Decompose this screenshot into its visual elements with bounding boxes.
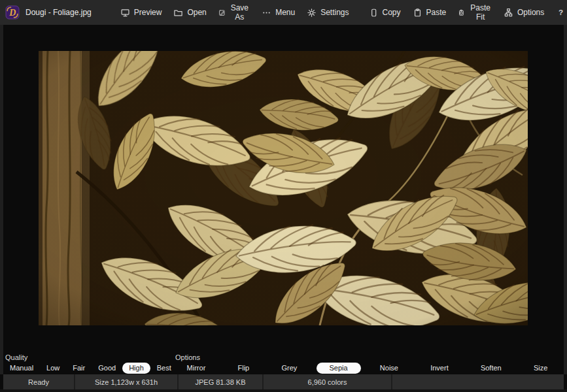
option-noise-button[interactable]: Noise [367,363,411,374]
help-button[interactable]: ? Help [552,5,567,20]
options-label: Options [175,353,200,361]
option-flip-button[interactable]: Flip [225,363,263,374]
status-bar: Ready Size 1,123w x 631h JPEG 81.38 KB 6… [3,374,564,389]
quality-group: Manual Low Fair Good High Best [3,363,171,374]
image-canvas-area [0,25,567,353]
quality-fair-button[interactable]: Fair [66,363,92,374]
menu-button[interactable]: Menu [258,5,299,20]
quality-high-button[interactable]: High [122,363,150,374]
clipboard-fit-icon [458,8,465,18]
options-group: Mirror Flip Grey Sepia Noise Invert Soft… [171,363,564,374]
question-icon: ? [556,8,566,18]
status-ready: Ready [3,374,75,389]
clipboard-toolbar: Copy Paste Paste Fit Options ? Help [365,1,567,24]
adjustments-panel: Quality Options Manual Low Fair Good Hig… [0,353,567,374]
paste-fit-button[interactable]: Paste Fit [454,1,496,24]
file-toolbar: Preview Open Save As Menu Settings [116,1,353,24]
open-button[interactable]: Open [169,5,210,20]
quality-low-button[interactable]: Low [40,363,66,374]
ellipsis-icon [262,8,271,18]
window-title: Dougi - Foliage.jpg [26,8,92,17]
copy-button[interactable]: Copy [365,5,405,20]
photo-canvas [39,51,528,325]
app-window: D Dougi - Foliage.jpg Preview Open Save … [0,0,567,392]
title-bar: D Dougi - Foliage.jpg Preview Open Save … [0,0,567,25]
option-grey-button[interactable]: Grey [268,363,310,374]
option-invert-button[interactable]: Invert [417,363,462,374]
option-size-button[interactable]: Size [521,363,560,374]
status-empty [392,374,564,389]
app-logo-icon: D [5,5,20,20]
option-mirror-button[interactable]: Mirror [174,363,219,374]
panel-buttons: Manual Low Fair Good High Best Mirror Fl… [3,362,564,374]
option-sepia-button[interactable]: Sepia [317,363,361,374]
paste-button[interactable]: Paste [409,5,451,20]
window-bottom-edge [0,389,567,392]
status-colors: 6,960 colors [264,374,392,389]
status-size: Size 1,123w x 631h [75,374,179,389]
svg-text:?: ? [558,8,563,16]
quality-good-button[interactable]: Good [92,363,122,374]
save-as-button[interactable]: Save As [215,1,254,24]
folder-icon [173,8,183,18]
monitor-icon [120,8,130,18]
copy-icon [369,8,379,18]
preview-button[interactable]: Preview [116,5,166,20]
save-pencil-icon [218,8,226,18]
clipboard-icon [413,8,422,18]
svg-text:D: D [9,8,16,18]
nodes-icon [504,8,513,18]
panel-labels: Quality Options [3,353,564,362]
quality-label: Quality [5,353,27,361]
quality-manual-button[interactable]: Manual [3,363,40,374]
title-area: D Dougi - Foliage.jpg [5,5,92,20]
option-soften-button[interactable]: Soften [468,363,515,374]
gear-icon [307,8,317,18]
settings-button[interactable]: Settings [303,5,352,20]
status-filesize: JPEG 81.38 KB [179,374,264,389]
options-button[interactable]: Options [500,5,548,20]
